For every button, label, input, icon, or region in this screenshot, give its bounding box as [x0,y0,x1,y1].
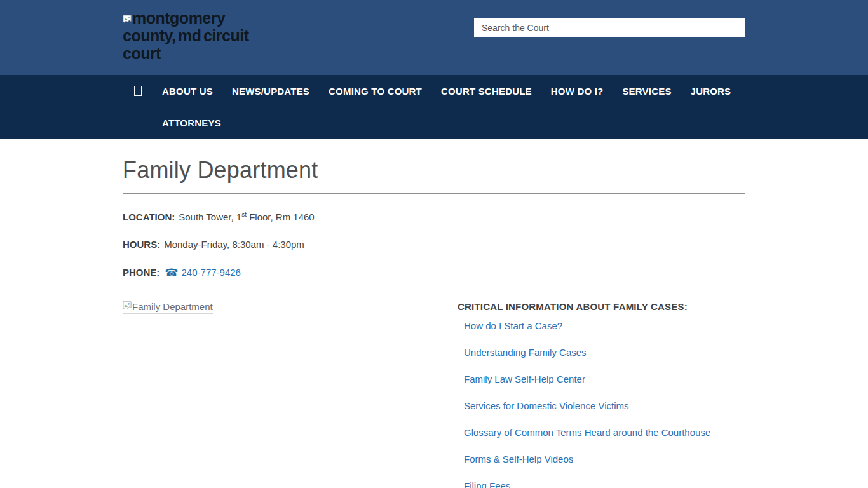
nav-item-home[interactable] [123,75,153,107]
nav-item-court-schedule[interactable]: COURT SCHEDULE [431,86,541,97]
hours-row: HOURS:Monday-Friday, 8:30am - 4:30pm [123,239,745,250]
site-logo-alt-text: montgomery county, md circuit court [123,9,248,62]
critical-info-heading: CRITICAL INFORMATION ABOUT FAMILY CASES: [458,301,745,312]
content-columns: Family Department CRITICAL INFORMATION A… [123,296,745,488]
search-input[interactable] [474,18,722,37]
nav-item-attorneys[interactable]: ATTORNEYS [153,118,231,128]
family-department-image-link[interactable]: Family Department [123,301,213,314]
nav-item-services[interactable]: SERVICES [613,86,681,97]
location-ordinal-sup: st [241,211,247,218]
title-divider [123,193,745,194]
site-header: montgomery county, md circuit court [0,0,868,75]
right-column: CRITICAL INFORMATION ABOUT FAMILY CASES:… [435,296,745,488]
site-logo-alt-label: montgomery county, md circuit court [123,9,248,62]
nav-item-news-updates[interactable]: NEWS/UPDATES [222,86,319,97]
telephone-icon: ☎ [165,267,178,279]
phone-label: PHONE: [123,267,159,278]
link-forms-and-self-help-videos[interactable]: Forms & Self-Help Videos [464,454,745,464]
main-content: Family Department LOCATION:South Tower, … [123,139,745,488]
search-bar [474,18,745,37]
nav-item-how-do-i[interactable]: HOW DO I? [541,86,613,97]
link-glossary-of-common-terms[interactable]: Glossary of Common Terms Heard around th… [464,427,745,438]
nav-row-1: ABOUT US NEWS/UPDATES COMING TO COURT CO… [123,75,745,107]
family-department-image-alt: Family Department [132,301,213,312]
left-column: Family Department [123,296,435,488]
link-services-for-domestic-violence-victims[interactable]: Services for Domestic Violence Victims [464,400,745,411]
search-button[interactable] [722,18,745,37]
phone-row: PHONE:☎240-777-9426 [123,266,745,280]
nav-item-jurors[interactable]: JURORS [681,86,741,97]
link-filing-fees[interactable]: Filing Fees [464,480,745,488]
nav-row-2: ATTORNEYS [123,107,745,139]
phone-number-link[interactable]: 240-777-9426 [182,267,241,278]
main-nav: ABOUT US NEWS/UPDATES COMING TO COURT CO… [0,75,868,139]
location-row: LOCATION:South Tower, 1st Floor, Rm 1460 [123,211,745,222]
department-info: LOCATION:South Tower, 1st Floor, Rm 1460… [123,211,745,280]
page-title: Family Department [123,157,745,184]
location-label: LOCATION: [123,212,175,222]
nav-item-coming-to-court[interactable]: COMING TO COURT [319,86,431,97]
broken-image-icon [123,9,132,27]
link-understanding-family-cases[interactable]: Understanding Family Cases [464,347,745,358]
hours-label: HOURS: [123,239,160,250]
nav-item-about-us[interactable]: ABOUT US [153,86,222,97]
missing-glyph-icon [134,86,142,96]
location-value: South Tower, 1st Floor, Rm 1460 [179,212,314,222]
broken-image-icon [123,301,132,312]
site-logo-link[interactable]: montgomery county, md circuit court [123,9,259,62]
link-how-do-i-start-a-case[interactable]: How do I Start a Case? [464,320,745,331]
hours-value: Monday-Friday, 8:30am - 4:30pm [164,239,304,250]
link-family-law-self-help-center[interactable]: Family Law Self-Help Center [464,374,745,384]
